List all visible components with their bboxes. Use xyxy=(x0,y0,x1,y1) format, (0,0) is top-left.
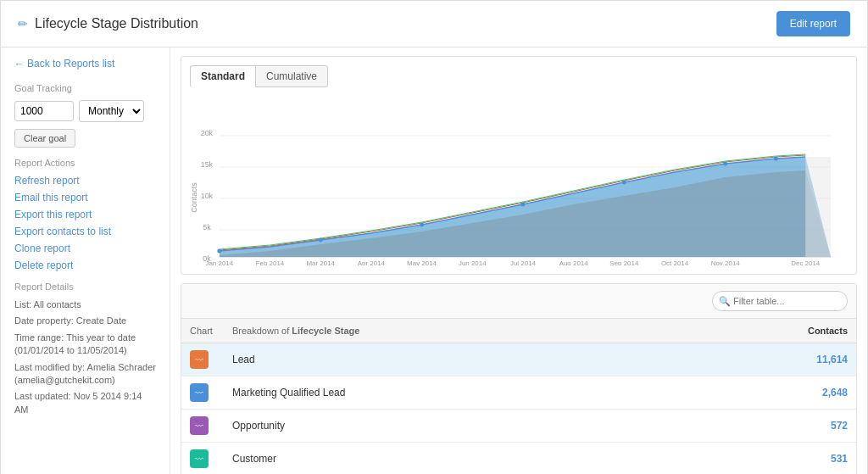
table-row: 〰 Customer 531 xyxy=(181,443,856,475)
title-text: Lifecycle Stage Distribution xyxy=(35,16,198,31)
clone-report-link[interactable]: Clone report xyxy=(14,243,156,254)
export-contacts-link[interactable]: Export contacts to list xyxy=(14,226,156,237)
report-details-label: Report Details xyxy=(14,282,156,292)
table-toolbar: 🔍 xyxy=(181,284,856,319)
col-breakdown: Breakdown of Lifecycle Stage xyxy=(224,319,677,343)
svg-point-15 xyxy=(319,238,323,243)
svg-text:Oct 2014: Oct 2014 xyxy=(661,259,689,265)
svg-text:20k: 20k xyxy=(201,129,214,137)
svg-point-18 xyxy=(622,181,626,185)
detail-date-prop: Date property: Create Date xyxy=(14,315,156,327)
detail-modified-by: Last modified by: Amelia Schrader (ameli… xyxy=(14,361,156,388)
row-contacts-lead: 11,614 xyxy=(677,343,856,376)
svg-text:Dec 2014: Dec 2014 xyxy=(791,259,821,265)
svg-text:Jan 2014: Jan 2014 xyxy=(205,259,233,265)
svg-marker-13 xyxy=(805,157,831,257)
lead-icon-badge: 〰 xyxy=(190,350,209,369)
row-icon-opportunity: 〰 xyxy=(181,410,224,443)
back-to-reports-link[interactable]: ← Back to Reports list xyxy=(14,58,156,70)
svg-text:Feb 2014: Feb 2014 xyxy=(256,259,285,265)
svg-point-17 xyxy=(520,203,525,207)
data-table: Chart Breakdown of Lifecycle Stage Conta… xyxy=(181,319,856,474)
detail-last-updated: Last updated: Nov 5 2014 9:14 AM xyxy=(14,390,156,416)
page-title: ✏ Lifecycle Stage Distribution xyxy=(18,16,198,31)
chart-tabs: Standard Cumulative xyxy=(190,65,848,87)
delete-report-link[interactable]: Delete report xyxy=(14,259,156,271)
filter-search-icon: 🔍 xyxy=(719,296,731,307)
svg-text:Jul 2014: Jul 2014 xyxy=(510,259,537,265)
row-label-mql: Marketing Qualified Lead xyxy=(224,376,677,410)
tab-cumulative[interactable]: Cumulative xyxy=(255,65,328,87)
svg-text:Apr 2014: Apr 2014 xyxy=(358,259,386,265)
sidebar: ← Back to Reports list Goal Tracking Mon… xyxy=(1,47,170,474)
row-icon-lead: 〰 xyxy=(181,343,224,376)
svg-text:Sep 2014: Sep 2014 xyxy=(609,259,639,265)
edit-report-button[interactable]: Edit report xyxy=(776,11,850,36)
row-label-lead: Lead xyxy=(224,343,677,376)
chart-section: Standard Cumulative 0k 5k 10k 15k 20k Co… xyxy=(181,56,857,275)
svg-text:Mar 2014: Mar 2014 xyxy=(306,259,335,265)
area-chart-svg: 0k 5k 10k 15k 20k Contacts xyxy=(190,96,848,265)
detail-time-range: Time range: This year to date (01/01/201… xyxy=(14,332,156,358)
goal-tracking-label: Goal Tracking xyxy=(14,83,156,93)
customer-icon-badge: 〰 xyxy=(190,449,209,468)
opportunity-icon-badge: 〰 xyxy=(190,416,209,435)
back-arrow-icon: ← xyxy=(14,59,24,69)
goal-tracking-section: Monthly Weekly Daily Clear goal xyxy=(14,100,156,148)
refresh-report-link[interactable]: Refresh report xyxy=(14,175,156,187)
back-link-label: Back to Reports list xyxy=(27,58,114,70)
col-chart: Chart xyxy=(181,319,224,343)
row-contacts-opportunity: 572 xyxy=(677,410,856,443)
svg-text:15k: 15k xyxy=(201,160,214,169)
email-report-link[interactable]: Email this report xyxy=(14,192,156,204)
table-header-row: Chart Breakdown of Lifecycle Stage Conta… xyxy=(181,319,856,343)
report-actions-label: Report Actions xyxy=(14,158,156,168)
report-details-section: List: All contacts Date property: Create… xyxy=(14,298,156,416)
svg-text:5k: 5k xyxy=(203,223,211,231)
tab-standard[interactable]: Standard xyxy=(190,65,255,87)
row-contacts-mql: 2,648 xyxy=(677,376,856,410)
svg-point-20 xyxy=(774,157,778,161)
svg-text:Nov 2014: Nov 2014 xyxy=(711,259,741,265)
svg-point-16 xyxy=(420,223,424,227)
filter-input-wrap: 🔍 xyxy=(712,291,848,311)
svg-text:May 2014: May 2014 xyxy=(407,259,437,265)
goal-period-select[interactable]: Monthly Weekly Daily xyxy=(79,100,144,122)
pencil-icon: ✏ xyxy=(18,17,28,31)
report-actions-section: Refresh report Email this report Export … xyxy=(14,175,156,271)
row-contacts-customer: 531 xyxy=(677,443,856,475)
goal-value-input[interactable] xyxy=(14,101,74,121)
svg-text:Contacts: Contacts xyxy=(190,182,198,213)
table-row: 〰 Opportunity 572 xyxy=(181,410,856,443)
row-label-customer: Customer xyxy=(224,443,677,475)
chart-container: 0k 5k 10k 15k 20k Contacts xyxy=(190,96,848,265)
row-icon-customer: 〰 xyxy=(181,443,224,475)
mql-icon-badge: 〰 xyxy=(190,383,209,402)
col-contacts: Contacts xyxy=(677,319,856,343)
content-area: Standard Cumulative 0k 5k 10k 15k 20k Co… xyxy=(170,47,867,474)
svg-marker-12 xyxy=(220,157,831,257)
detail-list: List: All contacts xyxy=(14,298,156,311)
svg-text:10k: 10k xyxy=(201,192,214,200)
table-section: 🔍 Chart Breakdown of Lifecycle Stage Con… xyxy=(181,283,857,474)
page-header: ✏ Lifecycle Stage Distribution Edit repo… xyxy=(1,1,867,47)
clear-goal-button[interactable]: Clear goal xyxy=(14,129,75,148)
export-report-link[interactable]: Export this report xyxy=(14,209,156,220)
svg-point-19 xyxy=(723,162,727,166)
row-icon-mql: 〰 xyxy=(181,376,224,410)
row-label-opportunity: Opportunity xyxy=(224,410,677,443)
table-row: 〰 Marketing Qualified Lead 2,648 xyxy=(181,376,856,410)
svg-text:Aug 2014: Aug 2014 xyxy=(559,259,589,265)
svg-point-14 xyxy=(217,249,221,254)
table-row: 〰 Lead 11,614 xyxy=(181,343,856,376)
filter-input[interactable] xyxy=(712,291,848,311)
goal-input-row: Monthly Weekly Daily xyxy=(14,100,156,122)
svg-text:Jun 2014: Jun 2014 xyxy=(459,259,487,265)
main-layout: ← Back to Reports list Goal Tracking Mon… xyxy=(1,47,867,474)
